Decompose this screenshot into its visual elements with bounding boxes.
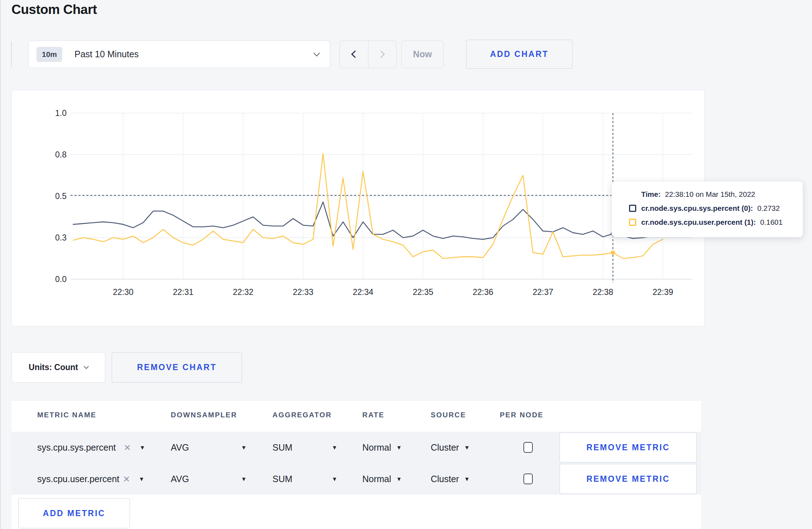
- chevron-down-icon: [84, 364, 89, 369]
- svg-text:22:36: 22:36: [473, 287, 493, 297]
- time-range-label: Past 10 Minutes: [74, 49, 314, 59]
- chart-tooltip: Time: 22:38:10 on Mar 15th, 2022 cr.node…: [612, 181, 803, 237]
- units-label: Units: Count: [29, 363, 78, 372]
- caret-down-icon: ▼: [464, 444, 470, 451]
- downsampler-value: AVG: [171, 442, 189, 453]
- caret-down-icon: ▼: [396, 476, 402, 482]
- aggregator-value: SUM: [272, 474, 293, 484]
- svg-text:0.0: 0.0: [55, 275, 67, 284]
- time-pager: [339, 40, 397, 68]
- prev-range-button[interactable]: [340, 41, 368, 68]
- clear-metric-icon[interactable]: ✕: [123, 474, 130, 484]
- caret-down-icon: ▼: [396, 444, 402, 451]
- time-range-select[interactable]: 10m Past 10 Minutes: [28, 40, 330, 68]
- caret-down-icon: ▼: [140, 444, 145, 451]
- caret-down-icon: ▼: [464, 476, 470, 482]
- svg-text:22:30: 22:30: [113, 287, 134, 297]
- downsampler-dropdown[interactable]: AVG ▼: [171, 442, 247, 453]
- remove-metric-button[interactable]: REMOVE METRIC: [560, 464, 697, 494]
- page-title: Custom Chart: [11, 2, 97, 17]
- svg-text:1.0: 1.0: [55, 108, 67, 118]
- remove-chart-button[interactable]: REMOVE CHART: [112, 352, 242, 383]
- now-button[interactable]: Now: [401, 40, 444, 68]
- chevron-left-icon: [351, 50, 359, 58]
- cpu-usage-chart[interactable]: 0.00.30.50.81.022:3022:3122:3222:3322:34…: [12, 90, 705, 327]
- svg-text:0.5: 0.5: [55, 191, 67, 201]
- svg-text:22:39: 22:39: [653, 287, 673, 297]
- svg-text:22:32: 22:32: [233, 287, 253, 297]
- add-metric-button[interactable]: ADD METRIC: [18, 498, 130, 528]
- metric-rows: sys.cpu.sys.percent ✕ ▼ AVG ▼ SUM ▼ Norm…: [11, 432, 701, 495]
- caret-down-icon: ▼: [332, 444, 338, 451]
- remove-metric-button[interactable]: REMOVE METRIC: [560, 432, 697, 462]
- tooltip-series-sys-value: 0.2732: [757, 204, 780, 213]
- svg-text:22:35: 22:35: [413, 287, 434, 297]
- rate-value: Normal: [362, 474, 391, 484]
- caret-down-icon: ▼: [332, 476, 338, 482]
- downsampler-value: AVG: [171, 474, 189, 484]
- per-node-checkbox[interactable]: [523, 442, 533, 453]
- metrics-table: METRIC NAME DOWNSAMPLER AGGREGATOR RATE …: [11, 401, 701, 529]
- source-value: Cluster: [431, 442, 459, 453]
- rate-dropdown[interactable]: Normal ▼: [362, 474, 402, 484]
- col-header-per-node: PER NODE: [500, 411, 543, 419]
- metric-name-dropdown[interactable]: sys.cpu.sys.percent ✕ ▼: [37, 442, 145, 453]
- caret-down-icon: ▼: [241, 444, 247, 451]
- col-header-rate: RATE: [362, 411, 385, 419]
- col-header-aggregator: AGGREGATOR: [272, 411, 332, 419]
- chevron-down-icon: [313, 50, 320, 56]
- metric-name-value: sys.cpu.sys.percent: [37, 442, 116, 453]
- aggregator-value: SUM: [272, 442, 293, 453]
- svg-text:22:37: 22:37: [533, 287, 554, 297]
- toolbar-divider: [11, 42, 12, 67]
- clear-metric-icon[interactable]: ✕: [124, 442, 131, 452]
- tooltip-series-user-label: cr.node.sys.cpu.user.percent (1):: [641, 218, 756, 227]
- tooltip-series-user-value: 0.1601: [760, 218, 783, 227]
- aggregator-dropdown[interactable]: SUM ▼: [272, 474, 337, 484]
- col-header-downsampler: DOWNSAMPLER: [171, 411, 237, 419]
- metric-name-dropdown[interactable]: sys.cpu.user.percent ✕ ▼: [37, 474, 144, 484]
- series-swatch-sys-icon: [629, 205, 636, 212]
- units-select[interactable]: Units: Count: [11, 352, 105, 383]
- chevron-right-icon: [377, 50, 385, 58]
- tooltip-time-label: Time:: [641, 190, 661, 199]
- col-header-source: SOURCE: [431, 411, 466, 419]
- tooltip-time-value: 22:38:10 on Mar 15th, 2022: [665, 190, 755, 199]
- table-row: sys.cpu.user.percent ✕ ▼ AVG ▼ SUM ▼ Nor…: [11, 463, 701, 495]
- series-swatch-user-icon: [629, 219, 636, 226]
- chart-card: 0.00.30.50.81.022:3022:3122:3222:3322:34…: [11, 90, 705, 326]
- per-node-checkbox[interactable]: [523, 474, 533, 484]
- rate-value: Normal: [362, 442, 391, 453]
- next-range-button[interactable]: [368, 41, 397, 68]
- svg-text:0.3: 0.3: [55, 233, 67, 242]
- metric-name-value: sys.cpu.user.percent: [37, 474, 119, 484]
- caret-down-icon: ▼: [241, 476, 247, 482]
- add-chart-button[interactable]: ADD CHART: [466, 40, 572, 69]
- svg-text:22:38: 22:38: [593, 287, 613, 297]
- downsampler-dropdown[interactable]: AVG ▼: [171, 474, 247, 484]
- svg-text:22:34: 22:34: [353, 287, 373, 297]
- svg-text:22:33: 22:33: [293, 287, 314, 297]
- rate-dropdown[interactable]: Normal ▼: [362, 442, 402, 453]
- svg-text:0.8: 0.8: [55, 150, 67, 159]
- source-dropdown[interactable]: Cluster ▼: [431, 474, 470, 484]
- caret-down-icon: ▼: [139, 476, 144, 482]
- source-value: Cluster: [431, 474, 459, 484]
- source-dropdown[interactable]: Cluster ▼: [431, 442, 470, 453]
- table-row: sys.cpu.sys.percent ✕ ▼ AVG ▼ SUM ▼ Norm…: [11, 432, 701, 463]
- svg-text:22:31: 22:31: [173, 287, 194, 297]
- col-header-metric-name: METRIC NAME: [37, 411, 96, 419]
- aggregator-dropdown[interactable]: SUM ▼: [272, 442, 337, 453]
- tooltip-series-sys-label: cr.node.sys.cpu.sys.percent (0):: [641, 204, 753, 213]
- time-range-badge: 10m: [37, 47, 62, 62]
